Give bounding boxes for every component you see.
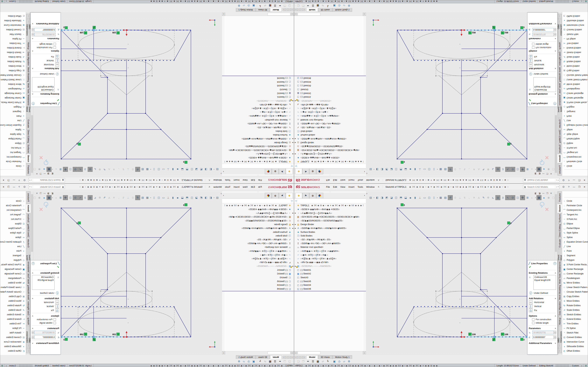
headsup-button[interactable]: ◫ <box>394 195 398 200</box>
pin-icon[interactable]: ➤ <box>208 178 211 182</box>
headsup-button[interactable]: ▯ <box>432 167 436 172</box>
tool-3-point-arc[interactable]: ⌢3 Point Arc <box>0 217 26 221</box>
commandmanager-tab-mold-tools[interactable]: Mold Tools <box>26 273 30 284</box>
tool-trim-entities[interactable]: ✂Trim Entities <box>0 41 26 46</box>
bottom-toolbar-icon[interactable]: ⚙ <box>347 4 352 7</box>
tree-item[interactable]: ❖TЯPDL2.◉ ЗЄ ◉ Ш ◉ ○ ◉ ✛ ◉ ЭС ◉ ЗЄ ◉ • ◉… <box>225 159 294 163</box>
bottom-toolbar-icon[interactable]: ◷ <box>246 4 251 7</box>
bottom-toolbar-icon[interactable]: ☰ <box>311 4 316 7</box>
headsup-button[interactable]: ▦ <box>438 167 443 172</box>
headsup-button[interactable]: ∿ <box>78 195 83 200</box>
relation-item[interactable]: Collinear108 <box>33 88 53 91</box>
scroll-left-icon[interactable]: ◂ <box>294 13 297 16</box>
tool-move-entities[interactable]: ✛Move Entities <box>0 64 26 68</box>
headsup-button[interactable]: ◨ <box>204 167 208 172</box>
tree-item[interactable]: ▶▤Design Binder <box>225 223 294 226</box>
tool-centerpoint-arc[interactable]: ⌒Centerpoint Arc <box>0 155 26 159</box>
commandmanager-tab-direct-editing[interactable]: Direct Editing <box>26 130 30 143</box>
headsup-button[interactable]: ⬒ <box>399 195 403 200</box>
account-icon[interactable]: ⊙ <box>22 185 27 188</box>
tool-spline[interactable]: ∾Spline <box>562 235 588 240</box>
add-relation-fix[interactable]: ⚓Fix <box>31 55 61 59</box>
scroll-left-icon[interactable]: ◂ <box>291 351 294 354</box>
bottom-toolbar-icon[interactable]: ❏ <box>296 4 301 7</box>
tree-item[interactable]: ◰(-) Sketch1 <box>225 268 294 272</box>
headsup-button[interactable]: ⊥ <box>417 195 422 200</box>
tree-item[interactable]: ❖TЯPDL2.◉ ЗЄ ◉ Ш ◉ ○ ◉ ✛ ◉ ЭС ◉ ЗЄ ◉ • ◉… <box>294 159 363 163</box>
bottom-toolbar-icon[interactable]: ▱ <box>342 360 347 363</box>
ok-check-icon[interactable]: ✔ <box>527 98 557 102</box>
tool-point[interactable]: ▪Point <box>0 249 26 253</box>
headsup-button[interactable]: ▮ <box>413 195 417 200</box>
headsup-button[interactable]: ◫ <box>427 195 432 200</box>
headsup-button[interactable]: ◐ <box>53 195 58 200</box>
tool-trim-entities[interactable]: ✂Trim Entities <box>562 321 588 326</box>
relation-item[interactable]: Equal length109 <box>33 85 53 88</box>
tree-item[interactable]: ◴○ЅƧ♟◉ЅƧИNЗЄƧЅ○◦○ЅƧЗЄNИЅƧ◉♟ƧЅ○ <box>225 219 294 223</box>
tool-corner-rectangle[interactable]: ▭Corner Rectangle <box>0 91 26 96</box>
parameters-section[interactable]: Parameters ˄ <box>31 37 61 41</box>
headsup-button[interactable]: ▮ <box>413 167 417 172</box>
headsup-button[interactable]: A <box>476 195 481 200</box>
headsup-button[interactable]: ⊥ <box>458 195 462 200</box>
headsup-button[interactable]: ✕ <box>112 195 116 200</box>
restore-icon[interactable]: ❐ <box>6 179 11 182</box>
tree-item[interactable]: ❒Solid Bodies <box>225 234 294 238</box>
tree-item[interactable]: ✎○ЅƧ·∩Ж♟АⅯ○◦○ⅯА♟Ж∩·ƧЅ○ <box>294 125 363 129</box>
commandmanager-tab-mold-tools[interactable]: Mold Tools <box>26 83 30 94</box>
tool-3-point-center-recta-[interactable]: ◈3 Point Center Recta... <box>0 100 26 105</box>
quick-toolbar-glyphs[interactable]: ◉ ЗЄ ◉ Ш ◉ ○ ◉ ✛ ◉ ЭС ◉ ЗЄ ◉ • ◉ ЅƧ ◉ ♟ … <box>409 186 523 188</box>
tool-line[interactable]: ╱Line <box>562 118 588 123</box>
headsup-button[interactable]: ▢ <box>551 167 554 172</box>
headsup-button[interactable]: ⊙ <box>73 195 78 200</box>
tool-linear-sketch-pattern[interactable]: ∷Linear Sketch Pattern <box>0 77 26 82</box>
expand-icon[interactable]: ▶ <box>294 227 297 229</box>
tool-mirror-entities[interactable]: ⇆Mirror Entities <box>562 82 588 86</box>
tree-hscrollbar[interactable]: ◂ ▸ <box>222 13 294 16</box>
tree-item[interactable]: ◴○ЅƧ♟◉ЅƧИNЗЄƧЅ○◦○ЅƧЗЄNИЅƧ◉♟ƧЅ○ <box>225 144 294 148</box>
headsup-button[interactable]: A <box>476 167 481 172</box>
tool-convert-entities[interactable]: ⊡Convert Entities <box>0 335 26 340</box>
child-window-button-1[interactable]: ◨ <box>538 173 541 175</box>
add-relations-section[interactable]: Add Relations ˄ <box>31 296 61 300</box>
tree-item[interactable]: ◱(-) Sketch6 <box>294 287 363 291</box>
additional-parameters-section[interactable]: Additional Parameters ˅ <box>31 22 61 26</box>
headsup-button[interactable]: ▭ <box>422 195 427 200</box>
additional-parameters-section[interactable]: Additional Parameters ˅ <box>31 341 61 345</box>
add-relation-horizontal[interactable]: —Horizontal <box>527 63 557 67</box>
restore-icon[interactable]: ❐ <box>577 179 582 182</box>
tree-item[interactable]: ▶◔○人♟◉✛ЅƧ◦Ѯ○◦○Ѯ◦ƧЅ✛◉♟人○ <box>294 211 363 215</box>
tool-copy-entities[interactable]: ⊞Copy Entities <box>0 68 26 73</box>
doc-tab-motion-study-1[interactable]: Motion Study 1 <box>236 8 256 12</box>
tree-item[interactable]: ❖TЯPDL2.◉ ЗЄ ◉ Ш ◉ ○ ◉ ✛ ◉ ЭС ◉ ЗЄ ◉ • ◉… <box>294 204 363 208</box>
headsup-button[interactable]: ◧ <box>375 195 380 200</box>
headsup-button[interactable]: ▾ <box>52 195 53 200</box>
headsup-button[interactable]: ⊞ <box>525 195 530 200</box>
help-icon[interactable]: ? <box>32 262 35 265</box>
tool-stretch-entities[interactable]: ⇥Stretch Entities <box>562 50 588 55</box>
tool-rotate-entities[interactable]: ↻Rotate Entities <box>0 59 26 64</box>
checkbox[interactable] <box>53 43 56 45</box>
headsup-button[interactable]: ◎ <box>495 167 500 172</box>
tool-parallelogram[interactable]: ▱Parallelogram <box>0 86 26 91</box>
expand-icon[interactable]: ▶ <box>294 224 297 225</box>
child-window-button-4[interactable]: ✕ <box>35 192 39 194</box>
tree-item[interactable]: ▱○✛ИN◉♟+○ ※⦿[○◦○]⦿※ ○+♟◉NИ✛○ <box>294 249 363 253</box>
menu-edit[interactable]: Edit <box>331 178 339 182</box>
headsup-button[interactable]: ⬓ <box>180 195 185 200</box>
tool-fit-spline[interactable]: ∼Fit Spline <box>562 36 588 41</box>
bottom-toolbar-icon[interactable]: ☰ <box>272 360 277 363</box>
tree-item[interactable]: ▶A○ЅƧИN◉◦✛А✛◉ИNА○◦○АNИ◉✛А✛◦◉NИƧЅ○ <box>225 137 294 141</box>
tool-stretch-entities[interactable]: ⇥Stretch Entities <box>0 50 26 55</box>
checkbox[interactable] <box>532 43 535 45</box>
option-infinite-length[interactable]: Infinite length <box>31 42 61 46</box>
help-icon[interactable]: ? <box>553 102 556 105</box>
tree-item[interactable]: Σ○ЅƧИN◉◦✛А∩ᵁЗЄ○◦○ЗЄᵁ∩А✛◦◉NИƧЅ○ <box>294 242 363 245</box>
pin-icon[interactable]: ➤ <box>208 185 211 189</box>
tool-tangent-arc[interactable]: ◠Tangent Arc <box>0 212 26 217</box>
expand-icon[interactable]: ▶ <box>291 142 294 143</box>
commandmanager-tab-sheet-metal[interactable]: Sheet Metal <box>558 106 562 118</box>
add-relation-fix[interactable]: ⚓Fix <box>527 55 557 59</box>
tool-style-spline[interactable]: ∿Style Spline <box>0 231 26 235</box>
tab-displaymanager[interactable] <box>316 193 323 198</box>
